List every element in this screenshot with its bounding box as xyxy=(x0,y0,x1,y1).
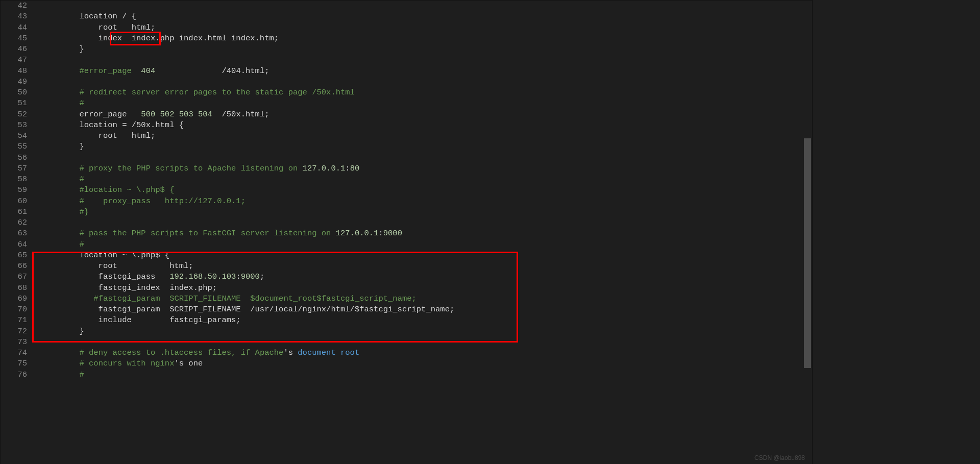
code-line[interactable]: # proxy_pass http://127.0.0.1; xyxy=(32,196,812,207)
line-number: 59 xyxy=(1,185,27,196)
watermark: CSDN @laobu898 xyxy=(754,454,805,461)
code-line[interactable]: } xyxy=(32,326,812,337)
line-number-gutter: 4243444546474849505152535455565758596061… xyxy=(1,1,32,464)
code-line[interactable] xyxy=(32,1,812,11)
code-line[interactable]: location / { xyxy=(32,11,812,22)
line-number: 61 xyxy=(1,207,27,217)
scrollbar-track[interactable] xyxy=(804,1,811,464)
code-line[interactable]: # xyxy=(32,174,812,185)
code-line[interactable]: fastcgi_param SCRIPT_FILENAME /usr/local… xyxy=(32,304,812,315)
line-number: 60 xyxy=(1,196,27,207)
code-line[interactable]: # proxy the PHP scripts to Apache listen… xyxy=(32,163,812,174)
line-number: 54 xyxy=(1,131,27,141)
line-number: 65 xyxy=(1,250,27,261)
code-line[interactable]: # xyxy=(32,370,812,380)
code-line[interactable]: #location ~ \.php$ { xyxy=(32,185,812,196)
code-editor[interactable]: 4243444546474849505152535455565758596061… xyxy=(0,0,813,464)
code-line[interactable]: include fastcgi_params; xyxy=(32,315,812,326)
code-line[interactable] xyxy=(32,55,812,65)
code-line[interactable]: root html; xyxy=(32,22,812,33)
code-line[interactable] xyxy=(32,153,812,163)
code-line[interactable]: root html; xyxy=(32,131,812,141)
code-line[interactable]: # xyxy=(32,239,812,250)
line-number: 63 xyxy=(1,228,27,239)
line-number: 57 xyxy=(1,163,27,174)
code-line[interactable]: # redirect server error pages to the sta… xyxy=(32,87,812,98)
code-line[interactable] xyxy=(32,77,812,87)
line-number: 48 xyxy=(1,66,27,77)
code-line[interactable]: location = /50x.html { xyxy=(32,120,812,131)
scrollbar-thumb[interactable] xyxy=(804,138,811,368)
code-line[interactable]: root html; xyxy=(32,261,812,272)
line-number: 52 xyxy=(1,109,27,120)
line-number: 75 xyxy=(1,358,27,369)
code-line[interactable]: location ~ \.php$ { xyxy=(32,250,812,261)
code-line[interactable]: error_page 500 502 503 504 /50x.html; xyxy=(32,109,812,120)
code-line[interactable]: fastcgi_index index.php; xyxy=(32,283,812,294)
code-line[interactable]: # concurs with nginx's one xyxy=(32,358,812,369)
line-number: 64 xyxy=(1,239,27,250)
line-number: 51 xyxy=(1,98,27,109)
code-line[interactable]: #fastcgi_param SCRIPT_FILENAME $document… xyxy=(32,294,812,304)
line-number: 47 xyxy=(1,55,27,65)
line-number: 72 xyxy=(1,326,27,337)
line-number: 42 xyxy=(1,1,27,11)
line-number: 71 xyxy=(1,315,27,326)
line-number: 44 xyxy=(1,22,27,33)
line-number: 55 xyxy=(1,141,27,152)
line-number: 50 xyxy=(1,87,27,98)
line-number: 68 xyxy=(1,283,27,294)
line-number: 74 xyxy=(1,348,27,358)
line-number: 69 xyxy=(1,294,27,304)
code-line[interactable]: # deny access to .htaccess files, if Apa… xyxy=(32,348,812,358)
line-number: 58 xyxy=(1,174,27,185)
line-number: 67 xyxy=(1,272,27,282)
code-line[interactable]: # xyxy=(32,98,812,109)
line-number: 43 xyxy=(1,11,27,22)
line-number: 56 xyxy=(1,153,27,163)
line-number: 76 xyxy=(1,370,27,380)
code-line[interactable]: # pass the PHP scripts to FastCGI server… xyxy=(32,228,812,239)
line-number: 46 xyxy=(1,44,27,55)
line-number: 53 xyxy=(1,120,27,131)
code-line[interactable] xyxy=(32,337,812,348)
code-line[interactable]: #} xyxy=(32,207,812,217)
line-number: 70 xyxy=(1,304,27,315)
code-area[interactable]: location / { root html; index index.php … xyxy=(32,1,812,464)
line-number: 73 xyxy=(1,337,27,348)
code-line[interactable]: } xyxy=(32,141,812,152)
code-line[interactable]: #error_page 404 /404.html; xyxy=(32,66,812,77)
line-number: 45 xyxy=(1,33,27,44)
line-number: 62 xyxy=(1,217,27,228)
code-line[interactable] xyxy=(32,217,812,228)
code-line[interactable]: fastcgi_pass 192.168.50.103:9000; xyxy=(32,272,812,282)
code-line[interactable]: index index.php index.html index.htm; xyxy=(32,33,812,44)
line-number: 49 xyxy=(1,77,27,87)
code-line[interactable]: } xyxy=(32,44,812,55)
line-number: 66 xyxy=(1,261,27,272)
